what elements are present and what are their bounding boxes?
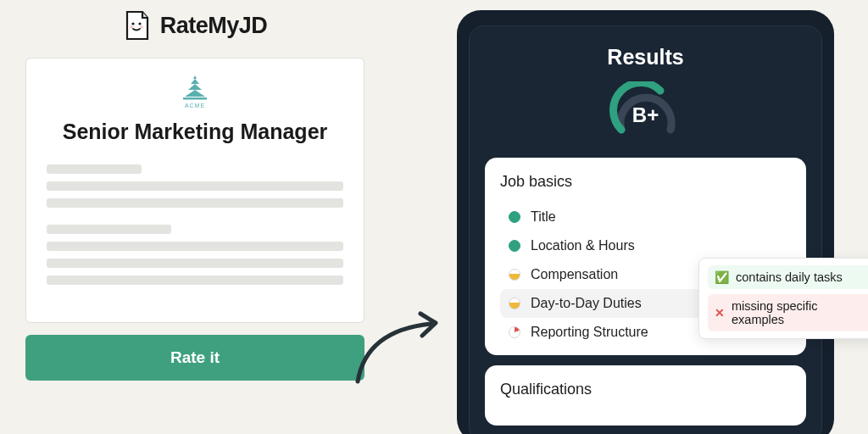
job-title: Senior Marketing Manager — [47, 120, 343, 144]
status-dot-icon — [509, 269, 520, 281]
company-logo: ACME — [47, 74, 343, 111]
tooltip-row-ok: ✅ contains daily tasks — [708, 265, 868, 289]
check-item-title[interactable]: Title — [500, 203, 791, 231]
feedback-tooltip: ✅ contains daily tasks ✕ missing specifi… — [698, 258, 868, 339]
check-item-location[interactable]: Location & Hours — [500, 231, 791, 260]
tooltip-row-bad: ✕ missing specific examples — [708, 294, 868, 331]
svg-marker-5 — [191, 79, 199, 84]
status-dot-icon — [509, 326, 520, 338]
section-qualifications: Qualifications — [485, 365, 806, 426]
svg-point-0 — [131, 22, 134, 25]
brand-name: RateMyJD — [160, 13, 268, 39]
results-panel: Results B+ Job basics Title Location & H… — [457, 10, 834, 434]
grade-gauge: B+ — [485, 81, 806, 141]
tooltip-text: missing specific examples — [732, 299, 868, 326]
section-heading: Job basics — [500, 173, 791, 191]
svg-point-1 — [138, 22, 141, 25]
rate-button[interactable]: Rate it — [25, 335, 364, 381]
grade-value: B+ — [485, 103, 806, 127]
svg-marker-4 — [193, 75, 197, 79]
status-dot-icon — [509, 240, 520, 252]
svg-point-2 — [130, 25, 133, 29]
job-card: ACME Senior Marketing Manager — [25, 58, 364, 323]
status-dot-icon — [509, 211, 520, 223]
svg-marker-6 — [188, 84, 202, 90]
brand-header: RateMyJD — [25, 8, 364, 42]
status-dot-icon — [509, 298, 520, 309]
svg-marker-7 — [185, 90, 205, 97]
check-icon: ✅ — [715, 271, 729, 283]
tooltip-text: contains daily tasks — [736, 270, 843, 284]
arrow-icon — [348, 305, 449, 398]
check-label: Title — [531, 209, 556, 225]
check-label: Location & Hours — [531, 238, 635, 253]
check-label: Reporting Structure — [531, 325, 648, 340]
svg-text:ACME: ACME — [185, 103, 205, 108]
skeleton-block — [47, 225, 343, 285]
brand-logo-icon — [123, 8, 152, 42]
check-label: Compensation — [531, 267, 618, 282]
section-heading: Qualifications — [500, 381, 791, 398]
check-label: Day-to-Day Duties — [531, 296, 642, 311]
cross-icon: ✕ — [715, 307, 725, 319]
skeleton-block — [47, 164, 343, 208]
results-title: Results — [485, 45, 806, 70]
svg-rect-8 — [183, 97, 207, 100]
svg-point-3 — [140, 25, 143, 29]
